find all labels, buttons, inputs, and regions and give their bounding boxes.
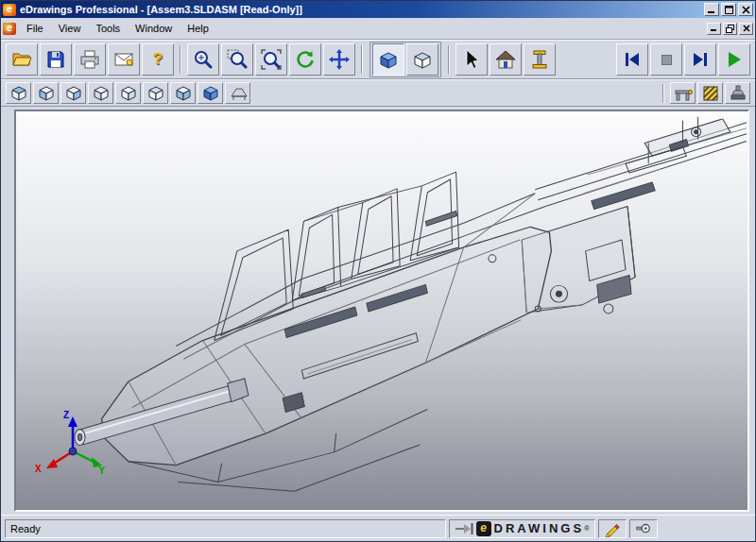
printer-icon	[78, 48, 101, 71]
viewport[interactable]: Z X Y	[14, 110, 749, 512]
rotate-button[interactable]	[289, 43, 321, 76]
zoom-status-panel[interactable]	[629, 519, 658, 538]
client-area: Z X Y	[1, 107, 755, 515]
view-shaded-current-button[interactable]	[198, 82, 223, 104]
floppy-icon	[44, 48, 67, 71]
display-mode-group	[369, 42, 441, 77]
view-back-button[interactable]	[60, 82, 86, 104]
mdi-restore-icon	[726, 25, 734, 33]
print-button[interactable]	[74, 43, 106, 76]
triad-z-label: Z	[63, 410, 69, 420]
view-right-button[interactable]	[115, 82, 141, 104]
brand-name: DRAWINGS	[494, 521, 585, 535]
play-icon	[729, 52, 741, 67]
triad-axes-icon	[39, 412, 107, 480]
minimize-icon	[708, 6, 716, 14]
help-button[interactable]: ?	[142, 43, 174, 76]
3d-pointer-button[interactable]	[524, 43, 556, 76]
right-cube-icon	[119, 84, 138, 103]
views-toolbar	[1, 79, 755, 107]
separator	[361, 45, 363, 74]
blue-cube-icon	[201, 84, 220, 103]
separator	[448, 45, 450, 74]
close-icon	[742, 6, 750, 14]
mdi-minimize-button[interactable]	[707, 23, 721, 35]
zoom-fit-button[interactable]	[255, 43, 287, 76]
mdi-restore-button[interactable]	[723, 23, 737, 35]
orientation-triad: Z X Y	[39, 412, 107, 480]
app-window: e eDrawings Professional - [Assem3.SLDAS…	[0, 0, 756, 542]
open-button[interactable]	[6, 43, 38, 76]
menubar: e File View Tools Window Help	[1, 18, 755, 40]
left-cube-icon	[92, 84, 111, 103]
view-bottom-button[interactable]	[170, 82, 196, 104]
cross-section-button[interactable]	[697, 82, 723, 104]
main-toolbar: ?	[1, 40, 755, 79]
titlebar[interactable]: e eDrawings Professional - [Assem3.SLDAS…	[1, 1, 755, 18]
brand-registered-mark: ®	[584, 524, 590, 533]
select-button[interactable]	[455, 43, 488, 76]
separator	[180, 45, 181, 74]
hatch-icon	[701, 84, 720, 103]
play-button[interactable]	[718, 43, 750, 76]
previous-icon	[626, 53, 639, 66]
maximize-button[interactable]	[721, 3, 736, 16]
go-first-button[interactable]	[616, 43, 648, 76]
status-text: Ready	[10, 523, 41, 534]
magnifier-area-icon	[226, 48, 249, 71]
menu-help[interactable]: Help	[180, 20, 216, 37]
mdi-minimize-icon	[711, 25, 718, 32]
menu-tools[interactable]: Tools	[88, 20, 128, 37]
menu-window[interactable]: Window	[128, 20, 180, 37]
hidden-lines-button[interactable]	[406, 43, 438, 76]
document-icon: e	[3, 23, 16, 35]
view-left-button[interactable]	[88, 82, 113, 104]
maximize-icon	[725, 6, 733, 14]
perspective-icon	[229, 84, 248, 103]
jack-icon	[528, 48, 551, 71]
measure-button[interactable]	[670, 82, 696, 104]
go-last-button[interactable]	[684, 43, 716, 76]
send-email-button[interactable]	[108, 43, 140, 76]
back-cube-icon	[64, 84, 83, 103]
wireframe-cube-icon	[411, 48, 434, 71]
separator	[662, 84, 664, 103]
zoom-button[interactable]	[187, 43, 219, 76]
caliper-icon	[674, 84, 693, 103]
mdi-close-icon	[743, 25, 750, 32]
pan-button[interactable]	[323, 43, 355, 76]
stamp-icon	[729, 84, 747, 103]
status-message-panel: Ready	[5, 519, 446, 538]
window-title: eDrawings Professional - [Assem3.SLDASM …	[16, 4, 702, 15]
menu-view[interactable]: View	[51, 20, 89, 37]
markup-panel[interactable]	[598, 519, 627, 538]
view-front-button[interactable]	[33, 82, 59, 104]
menu-file[interactable]: File	[19, 20, 51, 37]
minimize-button[interactable]	[704, 3, 719, 16]
house-icon	[494, 48, 517, 71]
small-magnifier-icon	[635, 520, 652, 537]
magnifier-icon	[192, 48, 215, 71]
save-button[interactable]	[40, 43, 72, 76]
statusbar: Ready e DRAWINGS ®	[1, 515, 755, 541]
question-icon: ?	[153, 50, 163, 69]
view-top-button[interactable]	[143, 82, 168, 104]
mdi-close-button[interactable]	[739, 23, 753, 35]
model-wireframe	[16, 111, 747, 510]
app-icon: e	[3, 4, 16, 16]
pencil-icon	[604, 520, 621, 537]
top-cube-icon	[146, 84, 165, 103]
edrawings-logo-icon: e	[476, 521, 491, 536]
view-isometric-button[interactable]	[6, 82, 31, 104]
front-cube-icon	[37, 84, 56, 103]
stop-button[interactable]	[650, 43, 682, 76]
zoom-area-button[interactable]	[221, 43, 253, 76]
shaded-button[interactable]	[372, 43, 404, 76]
stamp-button[interactable]	[725, 82, 750, 104]
home-button[interactable]	[490, 43, 522, 76]
arrow-icon	[455, 521, 473, 536]
close-button[interactable]	[738, 3, 753, 16]
triad-y-label: Y	[98, 466, 105, 476]
envelope-icon	[112, 48, 135, 71]
view-perspective-button[interactable]	[225, 82, 250, 104]
